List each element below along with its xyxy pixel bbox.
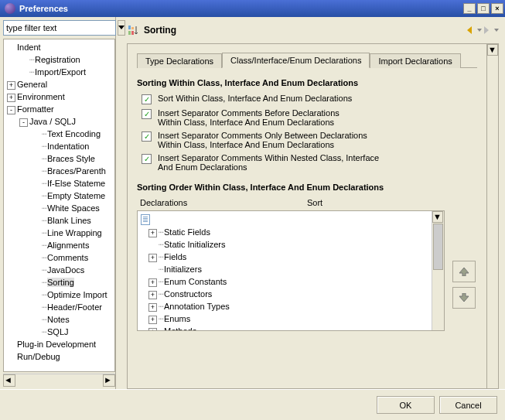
col-declarations: Declarations [140,198,307,207]
svg-marker-6 [477,29,482,32]
right-panel: Sorting Type Declarations Class/Interfac… [116,17,505,389]
tree-node[interactable]: ┈Import/Export [4,66,114,78]
sorting-icon [127,24,139,36]
checkbox[interactable]: ✓ [142,154,152,164]
eclipse-icon [5,3,15,14]
tree-node[interactable]: ┈JavaDocs [4,264,114,276]
tree-node[interactable]: ┈White Spaces [4,202,114,214]
tree-node[interactable]: Run/Debug [4,350,114,363]
tab-class-interface-enum[interactable]: Class/Interface/Enum Declarations [222,53,370,68]
tree-node[interactable]: ┈Empty Stateme [4,190,114,202]
declaration-item[interactable]: +┈Annotation Types [138,300,432,312]
svg-marker-8 [494,29,499,32]
tree-node[interactable]: ┈Blank Lines [4,214,114,227]
tree-node[interactable]: ┈Header/Footer [4,301,114,313]
tree-node[interactable]: ┈Registration [4,53,114,66]
cancel-button[interactable]: Cancel [439,396,497,414]
tree-node[interactable]: ┈Sorting [4,276,114,289]
col-sort: Sort [307,198,474,207]
declarations-list[interactable]: +┈Static Fields┈Static Initializers+┈Fie… [137,210,445,331]
tree-node[interactable]: ┈Alignments [4,239,114,251]
ok-button[interactable]: OK [377,396,435,414]
tab-import-declarations[interactable]: Import Declarations [370,53,460,68]
tree-node[interactable]: ┈Line Wrapping [4,227,114,239]
checkbox-label: Insert Separator Comments Before Declara… [158,108,340,127]
horizontal-scrollbar[interactable]: ◄ ► [3,374,115,386]
svg-marker-7 [484,26,489,34]
move-up-button[interactable] [452,261,476,282]
minimize-button[interactable]: _ [463,3,476,14]
tree-node[interactable]: -Java / SQLJ [4,115,114,128]
tree-node[interactable]: +General [4,78,114,90]
back-button[interactable] [466,23,482,37]
move-down-button[interactable] [452,287,476,309]
preference-tree[interactable]: Indent┈Registration┈Import/Export+Genera… [3,39,115,372]
tree-node[interactable]: ┈Braces Style [4,152,114,165]
section-sorting-within: Sorting Within Class, Interface And Enum… [137,78,477,87]
tree-node[interactable]: ┈Optimize Import [4,289,114,301]
tree-node[interactable]: ┈Braces/Parenth [4,165,114,177]
tree-node[interactable]: ┈Text Encoding [4,128,114,140]
checkbox[interactable]: ✓ [142,109,152,119]
checkbox-label: Insert Separator Comments Within Nested … [158,153,379,172]
dialog-footer: OK Cancel [0,389,505,420]
tab-type-declarations[interactable]: Type Declarations [137,53,222,68]
document-icon [141,214,150,225]
declaration-item[interactable]: +┈Enum Constants [138,275,432,288]
svg-marker-9 [459,268,469,276]
checkbox[interactable]: ✓ [142,131,152,142]
tab-bar: Type Declarations Class/Interface/Enum D… [137,53,477,68]
titlebar: Preferences _ □ × [0,0,505,17]
declaration-item[interactable]: +┈Fields [138,251,432,263]
tree-node[interactable]: ┈Comments [4,251,114,264]
svg-marker-5 [467,26,472,34]
svg-rect-1 [128,26,131,29]
filter-input[interactable] [3,20,116,36]
declaration-item[interactable]: +┈Constructors [138,288,432,300]
content-area: Type Declarations Class/Interface/Enum D… [127,43,486,389]
page-title: Sorting [144,25,176,36]
declaration-item[interactable]: +┈Enums [138,312,432,325]
close-button[interactable]: × [491,3,503,14]
declaration-item[interactable]: +┈Static Fields [138,226,432,238]
section-sorting-order: Sorting Order Within Class, Interface An… [137,183,477,192]
svg-rect-3 [128,31,131,35]
left-panel: Indent┈Registration┈Import/Export+Genera… [0,17,116,389]
tree-node[interactable]: ┈SQLJ [4,326,114,338]
checkbox-label: Insert Separator Comments Only Between D… [158,131,367,149]
tree-node[interactable]: -Formatter [4,103,114,115]
tree-node[interactable]: ┈Notes [4,313,114,326]
vertical-scrollbar[interactable]: ▲ ▼ [486,43,499,389]
maximize-button[interactable]: □ [477,3,490,14]
checkbox-label: Sort Within Class, Interface And Enum De… [158,94,352,103]
declaration-item[interactable]: ┈Initializers [138,263,432,275]
declaration-item[interactable]: +┈Methods [138,325,432,330]
tree-node[interactable]: ┈If-Else Stateme [4,177,114,190]
tree-node[interactable]: Plug-in Development [4,338,114,350]
svg-marker-10 [459,293,469,302]
checkbox[interactable]: ✓ [142,94,152,104]
svg-rect-4 [131,31,134,35]
tree-node[interactable]: +Environment [4,90,114,103]
window-title: Preferences [19,4,68,13]
declaration-item[interactable]: ┈Static Initializers [138,238,432,251]
forward-button[interactable] [483,23,499,37]
svg-rect-2 [131,27,134,29]
tree-node[interactable]: ┈Indentation [4,140,114,152]
tree-node[interactable]: Indent [4,41,114,53]
